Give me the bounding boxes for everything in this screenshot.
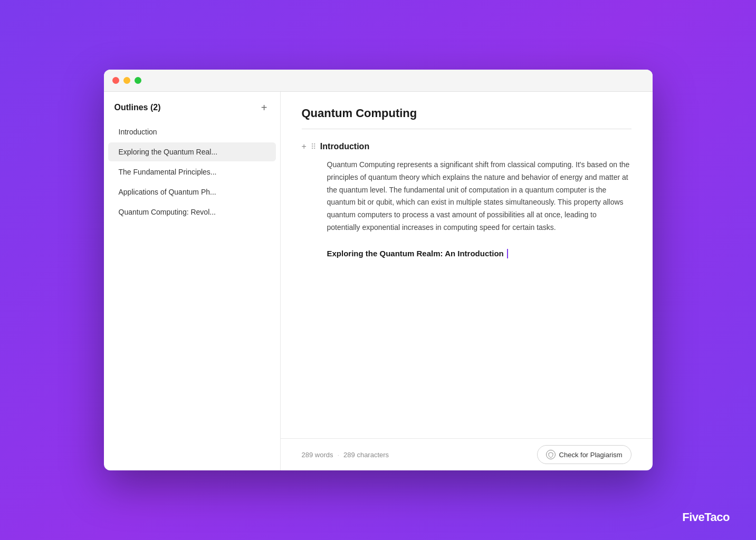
add-outline-button[interactable]: +	[259, 102, 270, 113]
maximize-button[interactable]	[135, 77, 141, 84]
sidebar-item-revolution[interactable]: Quantum Computing: Revol...	[108, 202, 276, 221]
section-2-title: Exploring the Quantum Realm: An Introduc…	[302, 249, 631, 258]
app-window: Outlines (2) + Introduction Exploring th…	[104, 70, 653, 470]
editor-footer: 289 words · 289 characters Check for Pla…	[281, 438, 653, 470]
main-content: Outlines (2) + Introduction Exploring th…	[104, 92, 653, 470]
word-count-label: 289 words	[302, 451, 333, 459]
word-count-area: 289 words · 289 characters	[302, 451, 389, 459]
section-1-add-button[interactable]: +	[302, 142, 307, 151]
sidebar-item-exploring[interactable]: Exploring the Quantum Real...	[108, 142, 276, 161]
text-cursor	[507, 249, 508, 258]
section-1-header: + ⠿ Introduction	[302, 142, 631, 151]
sidebar: Outlines (2) + Introduction Exploring th…	[104, 92, 281, 470]
editor-main[interactable]: Quantum Computing + ⠿ Introduction Quant…	[281, 92, 653, 438]
plagiarism-btn-label: Check for Plagiarism	[559, 451, 623, 459]
plagiarism-check-button[interactable]: Check for Plagiarism	[537, 445, 631, 464]
separator: ·	[337, 451, 339, 459]
section-1-text: Quantum Computing represents a significa…	[327, 159, 631, 234]
brand-logo: FiveTaco	[682, 510, 730, 524]
section-1-body: Quantum Computing represents a significa…	[302, 159, 631, 234]
doc-title: Quantum Computing	[302, 107, 631, 120]
close-button[interactable]	[112, 77, 119, 84]
doc-divider	[302, 129, 631, 129]
sidebar-header: Outlines (2) +	[104, 102, 280, 121]
sidebar-item-introduction[interactable]: Introduction	[108, 122, 276, 141]
sidebar-item-applications[interactable]: Applications of Quantum Ph...	[108, 182, 276, 201]
sidebar-title: Outlines (2)	[114, 103, 161, 112]
drag-handle-icon[interactable]: ⠿	[311, 142, 316, 151]
minimize-button[interactable]	[123, 77, 130, 84]
sidebar-item-fundamental[interactable]: The Fundamental Principles...	[108, 162, 276, 181]
shield-icon	[546, 450, 556, 459]
section-1-title: Introduction	[320, 142, 369, 151]
title-bar	[104, 70, 653, 92]
char-count-label: 289 characters	[343, 451, 389, 459]
editor: Quantum Computing + ⠿ Introduction Quant…	[281, 92, 653, 470]
